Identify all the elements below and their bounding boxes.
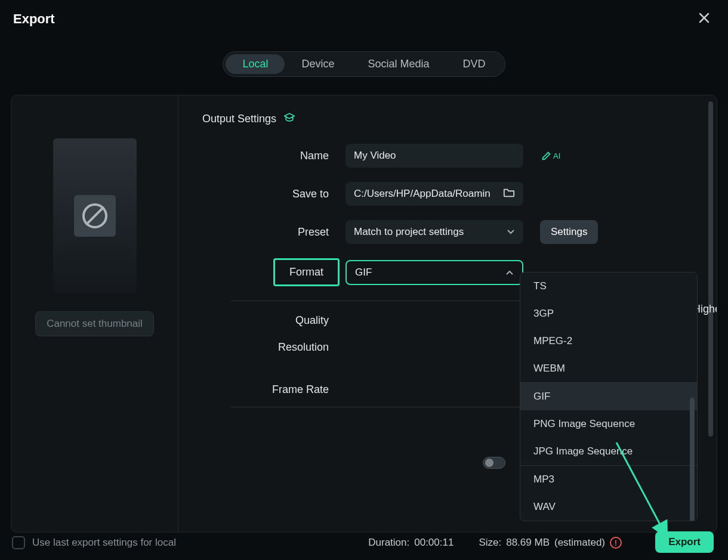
duration-value: 00:00:11 [414,537,454,549]
preset-select[interactable]: Match to project settings [346,220,523,244]
name-label: Name [202,150,346,162]
ai-edit-icon[interactable]: AI [541,150,560,161]
format-dropdown: TS 3GP MPEG-2 WEBM GIF PNG Image Sequenc… [520,272,698,521]
format-option-mpeg2[interactable]: MPEG-2 [520,327,697,355]
output-settings-label: Output Settings [202,113,276,125]
format-option-png-seq[interactable]: PNG Image Sequence [520,410,697,438]
export-button[interactable]: Export [655,531,714,553]
format-select[interactable]: GIF [346,260,523,285]
saveto-label: Save to [202,188,346,200]
tab-dvd[interactable]: DVD [446,54,502,74]
settings-panel: Cannot set thumbnail Output Settings Nam… [11,95,717,533]
use-last-label: Use last export settings for local [32,537,176,549]
use-last-checkbox[interactable] [12,536,25,549]
output-settings-heading: Output Settings [202,112,693,126]
output-settings-column: Output Settings Name My Video AI Save to… [178,95,717,532]
preset-label: Preset [202,226,346,239]
tab-local[interactable]: Local [226,54,285,74]
chevron-down-icon [507,226,515,238]
preset-settings-button[interactable]: Settings [540,220,598,244]
thumbnail-column: Cannot set thumbnail [11,95,178,532]
tabs-container: Local Device Social Media DVD [0,35,728,84]
tabs-pill: Local Device Social Media DVD [223,51,505,77]
graduation-cap-icon[interactable] [283,112,295,126]
format-option-3gp[interactable]: 3GP [520,300,697,327]
format-option-jpg-seq[interactable]: JPG Image Sequence [520,438,697,465]
row-name: Name My Video AI [202,144,693,168]
quality-label: Quality [202,314,346,327]
format-option-gif[interactable]: GIF [520,382,697,410]
set-thumbnail-button: Cannot set thumbnail [35,311,154,336]
format-option-mp3[interactable]: MP3 [520,465,697,493]
dialog-title: Export [13,11,55,27]
name-input[interactable]: My Video [346,144,523,168]
tab-device[interactable]: Device [285,54,351,74]
folder-icon[interactable] [503,187,515,201]
duration-label: Duration: [368,537,409,549]
framerate-label: Frame Rate [202,383,346,396]
dropdown-scrollbar[interactable] [690,398,695,521]
preset-value: Match to project settings [354,226,464,238]
titlebar: Export [0,0,728,35]
tab-social-media[interactable]: Social Media [351,54,446,74]
toggle-switch[interactable] [483,457,505,469]
format-option-wav[interactable]: WAV [520,493,697,521]
chevron-up-icon [505,267,514,279]
format-option-webm[interactable]: WEBM [520,355,697,382]
saveto-input[interactable]: C:/Users/HP/AppData/Roamin [346,182,523,206]
row-preset: Preset Match to project settings Setting… [202,220,693,244]
footer: Use last export settings for local Durat… [0,525,728,560]
format-option-ts[interactable]: TS [520,273,697,300]
format-value: GIF [355,267,372,279]
size-estimated: (estimated) [554,537,605,549]
close-icon[interactable] [693,8,715,30]
thumbnail-preview [53,138,137,293]
format-label-highlight: Format [273,258,340,286]
no-preview-icon [74,195,116,237]
size-value: 88.69 MB [506,537,550,549]
footer-info: Duration: 00:00:11 Size: 88.69 MB (estim… [368,537,622,549]
warning-icon[interactable]: ! [610,537,622,549]
name-value: My Video [354,150,396,162]
row-saveto: Save to C:/Users/HP/AppData/Roamin [202,182,693,206]
saveto-value: C:/Users/HP/AppData/Roamin [354,188,491,200]
size-label: Size: [479,537,501,549]
resolution-label: Resolution [202,341,346,354]
